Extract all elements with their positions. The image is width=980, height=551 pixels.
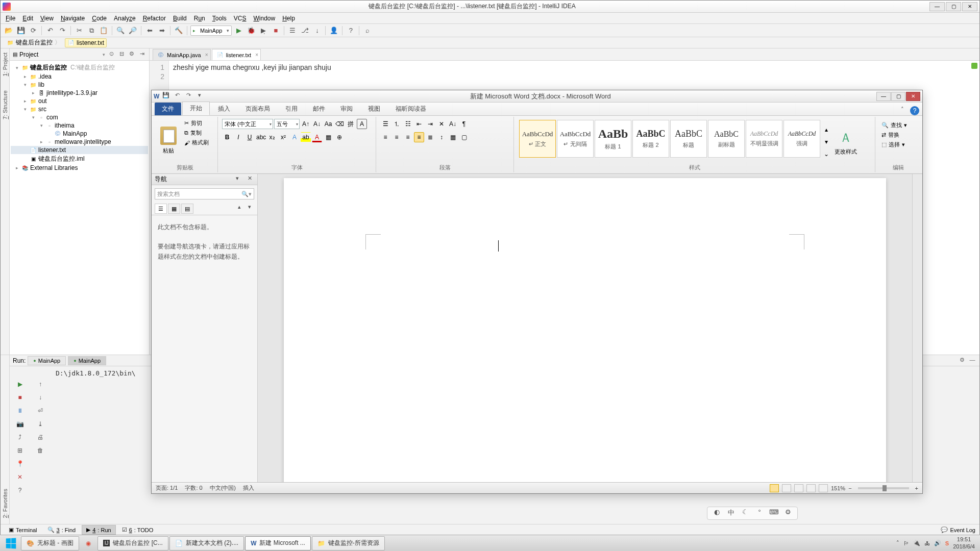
- tab-view[interactable]: 视图: [361, 103, 387, 115]
- tray-up-icon[interactable]: ˄: [896, 540, 899, 546]
- run-tab[interactable]: ▶ 4: Run: [82, 525, 115, 535]
- text-effect-icon[interactable]: A: [289, 132, 300, 142]
- run-minimize-icon[interactable]: —: [968, 357, 976, 365]
- ime-moon-icon[interactable]: ☾: [740, 508, 750, 518]
- nav-tab-headings[interactable]: ☰: [155, 204, 167, 214]
- word-maximize-button[interactable]: ▢: [891, 92, 905, 101]
- font-size-select[interactable]: 五号: [274, 119, 300, 129]
- tab-file[interactable]: 文件: [155, 103, 181, 115]
- underline-icon[interactable]: U: [244, 132, 255, 142]
- back-icon[interactable]: ⬅: [144, 26, 155, 36]
- taskbar-paint[interactable]: 🎨无标题 - 画图: [21, 536, 79, 550]
- menu-help[interactable]: Help: [279, 14, 298, 23]
- change-case-icon[interactable]: Aa: [323, 119, 333, 129]
- document-canvas[interactable]: [258, 174, 912, 482]
- event-log-tab[interactable]: 💬 Event Log: [941, 527, 975, 533]
- maximize-button[interactable]: ▢: [946, 2, 961, 11]
- minimize-button[interactable]: —: [929, 2, 945, 11]
- update-icon[interactable]: ↓: [312, 26, 322, 36]
- line-spacing-icon[interactable]: ↕: [436, 132, 447, 142]
- tree-com[interactable]: ▾▫com: [11, 113, 148, 121]
- undo-icon[interactable]: ↶: [45, 26, 55, 36]
- view-outline-icon[interactable]: [806, 484, 816, 492]
- forward-icon[interactable]: ➡: [157, 26, 167, 36]
- wrap-icon[interactable]: ⏎: [35, 407, 46, 416]
- select-button[interactable]: ⬚ 选择 ▾: [879, 140, 917, 149]
- cut-icon[interactable]: ✂: [74, 26, 84, 36]
- tab-insert[interactable]: 插入: [211, 103, 237, 115]
- strike-icon[interactable]: abc: [256, 132, 266, 142]
- ime-logo-icon[interactable]: ◐: [712, 508, 722, 518]
- find-icon[interactable]: 🔍: [115, 26, 126, 36]
- status-lang[interactable]: 中文(中国): [210, 484, 236, 492]
- todo-tab[interactable]: ☑ 6: TODO: [118, 525, 158, 534]
- stripe-favorites[interactable]: 2: Favorites: [2, 487, 9, 520]
- page[interactable]: [284, 178, 886, 482]
- inc-indent-icon[interactable]: ⇥: [425, 119, 435, 129]
- grow-font-icon[interactable]: A↑: [301, 119, 311, 129]
- tray-plug-icon[interactable]: 🔌: [913, 540, 920, 546]
- sort-icon[interactable]: A↓: [448, 119, 458, 129]
- terminal-tab[interactable]: ▣ Terminal: [5, 525, 41, 534]
- bold-icon[interactable]: B: [222, 132, 232, 142]
- tab-mail[interactable]: 邮件: [306, 103, 332, 115]
- zoom-slider[interactable]: [858, 487, 909, 489]
- save-icon[interactable]: 💾: [16, 26, 26, 36]
- ime-keyboard-icon[interactable]: ⌨: [769, 508, 779, 518]
- pin-icon[interactable]: 📍: [14, 460, 26, 469]
- help-run-icon[interactable]: ?: [14, 487, 26, 496]
- tray-clock[interactable]: 19:51 2018/6/4: [953, 536, 975, 549]
- run-tab-2[interactable]: ●MainApp: [68, 356, 106, 365]
- structure-icon[interactable]: ☰: [287, 26, 298, 36]
- char-border-icon[interactable]: A: [357, 119, 367, 129]
- menu-code[interactable]: Code: [89, 14, 110, 23]
- tray-flag-icon[interactable]: 🏳: [903, 540, 909, 546]
- status-insert[interactable]: 插入: [243, 484, 254, 492]
- cut-button[interactable]: ✂ 剪切: [182, 119, 211, 128]
- tree-iml[interactable]: ▣键盘后台监控.iml: [11, 154, 148, 164]
- show-marks-icon[interactable]: ¶: [459, 119, 469, 129]
- ime-toolbar[interactable]: ◐ 中 ☾ ° ⌨ ⚙: [707, 507, 798, 520]
- dec-indent-icon[interactable]: ⇤: [414, 119, 424, 129]
- superscript-icon[interactable]: x²: [278, 132, 288, 142]
- taskbar-chrome[interactable]: ◉: [80, 536, 96, 550]
- hide-icon[interactable]: ⇥: [138, 51, 146, 59]
- borders-icon[interactable]: ▢: [459, 132, 469, 142]
- vcs-icon[interactable]: ⎇: [300, 26, 310, 36]
- view-print-icon[interactable]: [770, 484, 779, 492]
- menu-window[interactable]: Window: [250, 14, 278, 23]
- ime-punct-icon[interactable]: °: [754, 508, 765, 518]
- qa-save-icon[interactable]: 💾: [161, 92, 170, 101]
- style-nospace[interactable]: AaBbCcDd↵ 无间隔: [557, 120, 594, 158]
- tree-lib[interactable]: ▾📁lib: [11, 81, 148, 89]
- view-draft-icon[interactable]: [819, 484, 828, 492]
- tab-layout[interactable]: 页面布局: [238, 103, 277, 115]
- distribute-icon[interactable]: ≣: [425, 132, 435, 142]
- view-fullread-icon[interactable]: [782, 484, 791, 492]
- tree-listener[interactable]: 📄listener.txt: [11, 146, 148, 154]
- run-tab-1[interactable]: ●MainApp: [28, 356, 66, 365]
- find-button[interactable]: 🔍 查找 ▾: [879, 121, 917, 130]
- stop-icon[interactable]: ■: [271, 26, 281, 36]
- help-icon[interactable]: ?: [346, 26, 356, 36]
- style-h2[interactable]: AaBbC标题 2: [632, 120, 669, 158]
- rerun-icon[interactable]: ▶: [14, 381, 26, 390]
- scroll-icon[interactable]: ⤓: [35, 420, 46, 430]
- tree-external[interactable]: ▸📚External Libraries: [11, 164, 148, 172]
- scroll-from-source-icon[interactable]: ⊙: [107, 51, 115, 59]
- qa-custom-icon[interactable]: ▾: [195, 92, 204, 101]
- view-web-icon[interactable]: [794, 484, 803, 492]
- asian-layout-icon[interactable]: ✕: [436, 119, 447, 129]
- tree-mainapp[interactable]: ⒸMainApp: [11, 130, 148, 138]
- collapse-all-icon[interactable]: ⊟: [117, 51, 126, 59]
- menu-file[interactable]: File: [3, 14, 18, 23]
- menu-edit[interactable]: Edit: [19, 14, 36, 23]
- menu-refactor[interactable]: Refactor: [140, 14, 169, 23]
- qa-undo-icon[interactable]: ↶: [173, 92, 182, 101]
- font-color-icon[interactable]: A: [312, 132, 322, 142]
- nav-tab-results[interactable]: ▤: [181, 204, 193, 214]
- nav-down-icon[interactable]: ▾: [245, 204, 254, 213]
- taskbar-explorer[interactable]: 📁键盘监控-所需资源: [312, 536, 385, 550]
- nav-dropdown-icon[interactable]: ▾: [233, 175, 242, 184]
- clear-icon[interactable]: 🗑: [35, 447, 46, 456]
